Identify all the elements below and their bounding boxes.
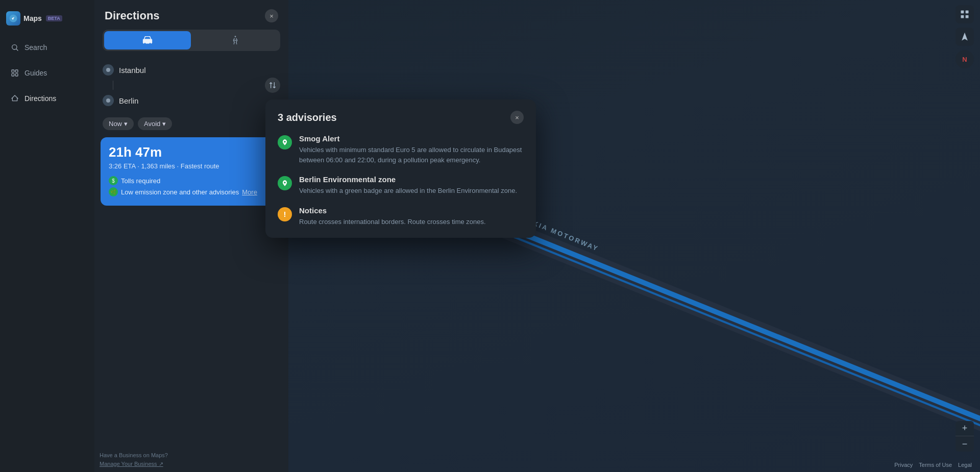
zoom-controls: + − (955, 421, 974, 452)
svg-rect-2 (12, 70, 14, 72)
svg-rect-5 (15, 73, 18, 76)
location-button[interactable] (955, 28, 974, 46)
smog-desc: Vehicles with minimum standard Euro 5 ar… (299, 145, 524, 165)
layers-button[interactable] (955, 5, 974, 23)
emission-text: Low emission zone and other advisories (121, 188, 239, 196)
app-name: Maps (23, 14, 42, 22)
sidebar-item-guides[interactable]: Guides (0, 60, 94, 86)
destination-text[interactable]: Berlin (119, 96, 280, 105)
zoom-out-button[interactable]: − (955, 436, 974, 452)
svg-rect-13 (966, 15, 969, 18)
compass-label: N (962, 56, 967, 63)
modal-header: 3 advisories × (278, 111, 524, 124)
svg-rect-10 (961, 11, 964, 14)
svg-rect-12 (961, 15, 964, 18)
more-link[interactable]: More (242, 188, 257, 196)
sidebar-item-directions[interactable]: Directions (0, 86, 94, 111)
berlin-title: Berlin Environmental zone (299, 175, 517, 184)
beta-badge: BETA (46, 15, 62, 21)
notices-title: Notices (299, 206, 486, 215)
transport-tabs (103, 30, 280, 51)
origin-row: Istanbul (103, 59, 280, 81)
drive-tab[interactable] (104, 31, 191, 49)
search-label: Search (24, 43, 47, 52)
svg-rect-3 (15, 70, 18, 72)
modal-title: 3 advisories (278, 112, 337, 123)
berlin-desc: Vehicles with a green badge are allowed … (299, 186, 517, 196)
svg-point-8 (149, 43, 151, 44)
sidebar: Maps BETA Search Guides (0, 0, 94, 472)
business-footer: Have a Business on Maps? Manage Your Bus… (100, 451, 168, 468)
origin-text[interactable]: Istanbul (119, 66, 280, 74)
svg-rect-11 (966, 11, 969, 14)
svg-point-9 (235, 36, 236, 37)
location-inputs: Istanbul Berlin (94, 59, 288, 111)
sidebar-nav: Search Guides Directions (0, 35, 94, 111)
manage-business-link[interactable]: Manage Your Business ↗ (100, 461, 163, 467)
legal-link[interactable]: Legal (958, 462, 972, 468)
emission-icon: 🌿 (109, 187, 118, 196)
berlin-env-icon (278, 176, 292, 190)
panel-title: Directions (105, 9, 160, 22)
svg-line-1 (16, 49, 18, 51)
advisory-modal: 3 advisories × Smog Alert Vehicles with … (265, 100, 536, 238)
guides-label: Guides (24, 69, 47, 77)
terms-link[interactable]: Terms of Use (919, 462, 952, 468)
privacy-link[interactable]: Privacy (894, 462, 913, 468)
guides-icon (10, 68, 19, 78)
sidebar-item-search[interactable]: Search (0, 35, 94, 60)
notices-content: Notices Route crosses international bord… (299, 206, 486, 227)
smog-title: Smog Alert (299, 134, 524, 143)
zoom-in-button[interactable]: + (955, 421, 974, 436)
app-icon (6, 11, 20, 26)
svg-rect-6 (143, 39, 152, 43)
directions-panel: Directions × (94, 0, 288, 472)
now-filter[interactable]: Now ▾ (103, 117, 134, 130)
swap-button[interactable] (265, 78, 280, 93)
route-card[interactable]: 21h 47m 3:26 ETA · 1,363 miles · Fastest… (101, 137, 282, 206)
panel-header: Directions × (94, 0, 288, 30)
notices-icon: ! (278, 207, 292, 221)
destination-row: Berlin (103, 90, 280, 111)
toll-icon: $ (109, 176, 118, 185)
destination-dot (103, 95, 114, 106)
filter-row: Now ▾ Avoid ▾ (94, 117, 288, 137)
svg-point-7 (144, 43, 145, 44)
tolls-row: $ Tolls required (109, 176, 274, 185)
svg-rect-4 (12, 73, 14, 76)
modal-close-button[interactable]: × (510, 111, 524, 124)
notices-desc: Route crosses international borders. Rou… (299, 217, 486, 227)
map-controls: N (955, 5, 974, 68)
avoid-filter[interactable]: Avoid ▾ (138, 117, 172, 130)
origin-dot (103, 64, 114, 76)
smog-content: Smog Alert Vehicles with minimum standar… (299, 134, 524, 165)
advisory-item-notices: ! Notices Route crosses international bo… (278, 206, 524, 227)
directions-label: Directions (24, 94, 56, 103)
emission-row: 🌿 Low emission zone and other advisories… (109, 187, 274, 196)
svg-point-14 (284, 141, 286, 143)
advisory-item-berlin: Berlin Environmental zone Vehicles with … (278, 175, 524, 196)
walk-tab[interactable] (192, 31, 279, 49)
app-logo: Maps BETA (0, 6, 94, 31)
directions-icon (10, 94, 19, 103)
tolls-text: Tolls required (121, 177, 160, 185)
svg-point-15 (284, 182, 286, 184)
advisory-item-smog: Smog Alert Vehicles with minimum standar… (278, 134, 524, 165)
route-details: 3:26 ETA · 1,363 miles · Fastest route (109, 162, 274, 170)
berlin-content: Berlin Environmental zone Vehicles with … (299, 175, 517, 196)
search-icon (10, 43, 19, 52)
smog-icon (278, 135, 292, 150)
compass-button[interactable]: N (955, 50, 974, 68)
route-time: 21h 47m (109, 144, 274, 160)
map-footer: Privacy Terms of Use Legal (894, 462, 972, 468)
panel-close-button[interactable]: × (265, 9, 278, 22)
